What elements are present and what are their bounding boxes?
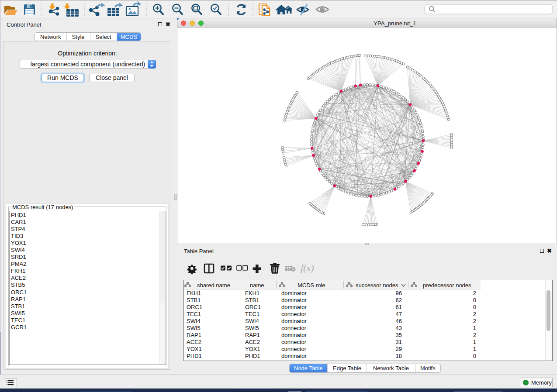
svg-text:f(x): f(x) [301, 262, 314, 273]
